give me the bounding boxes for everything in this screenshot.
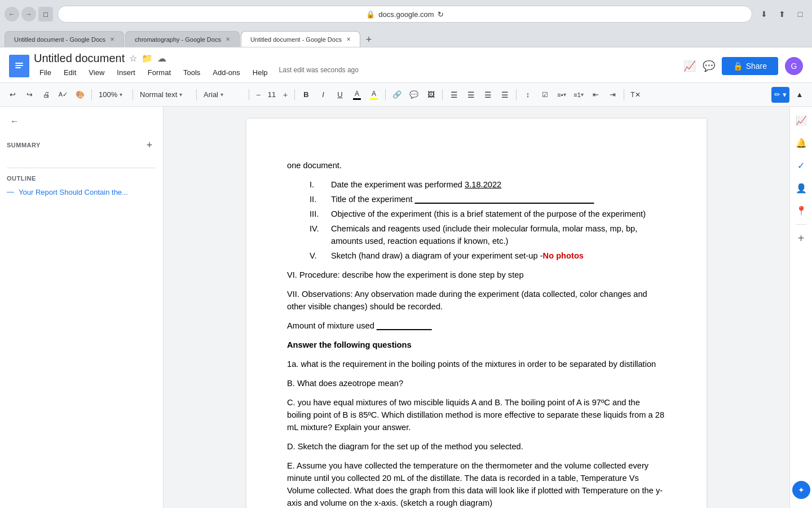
qa-B: B. What does azeotrope mean? — [287, 377, 666, 389]
print-button[interactable]: 🖨 — [38, 87, 54, 103]
people-icon[interactable]: 👤 — [792, 179, 810, 197]
separator-8 — [516, 89, 517, 100]
item-date: 3.18.2022 — [465, 180, 501, 189]
trending-icon[interactable]: 📈 — [792, 111, 810, 129]
qa-B-text: B. What does azeotrope mean? — [287, 379, 403, 388]
zoom-dropdown[interactable]: 100% ▾ — [95, 87, 129, 103]
redo-button[interactable]: ↪ — [21, 87, 37, 103]
menu-edit[interactable]: Edit — [58, 66, 82, 79]
highlight-button[interactable]: A — [366, 87, 382, 103]
document-page[interactable]: one document. I. Date the experiment was… — [246, 119, 707, 508]
right-panel-add-button[interactable]: + — [792, 229, 810, 247]
collapse-button[interactable]: ▲ — [792, 87, 807, 103]
assistant-button[interactable]: ✦ — [792, 481, 810, 499]
zoom-value: 100% — [99, 90, 117, 99]
back-button[interactable]: ← — [5, 7, 19, 21]
doc-header: Untitled document ☆ 📁 ☁ File Edit View I… — [0, 47, 812, 83]
maps-icon[interactable]: 📍 — [792, 202, 810, 220]
amount-blank: ____________ — [377, 321, 432, 330]
link-button[interactable]: 🔗 — [389, 87, 405, 103]
menu-format[interactable]: Format — [142, 66, 176, 79]
font-dropdown[interactable]: Arial ▾ — [200, 87, 245, 103]
menu-insert[interactable]: Insert — [111, 66, 141, 79]
menu-addons[interactable]: Add-ons — [207, 66, 245, 79]
cloud-icon[interactable]: ☁ — [157, 53, 166, 64]
address-bar[interactable]: 🔒 docs.google.com ↻ — [58, 6, 752, 23]
indent-more-button[interactable]: ⇥ — [604, 87, 620, 103]
font-size-increase[interactable]: + — [280, 89, 291, 100]
new-tab-button[interactable]: + — [361, 32, 376, 47]
bold-button[interactable]: B — [298, 87, 314, 103]
undo-button[interactable]: ↩ — [5, 87, 20, 103]
bold-heading-text: Answer the following questions — [287, 340, 412, 349]
font-size-decrease[interactable]: − — [253, 89, 264, 100]
underline-button[interactable]: U — [332, 87, 348, 103]
clear-format-button[interactable]: T✕ — [628, 87, 643, 103]
document-area[interactable]: 1 2 3 4 5 6 7 one document. — [164, 107, 789, 508]
menu-help[interactable]: Help — [247, 66, 273, 79]
line-spacing-button[interactable]: ↕ — [520, 87, 536, 103]
window-restore-icon[interactable]: □ — [793, 7, 807, 21]
intro-text: one document. — [287, 161, 342, 170]
spellcheck-button[interactable]: A✓ — [55, 87, 71, 103]
menu-view[interactable]: View — [83, 66, 110, 79]
qa-D: D. Sketch the diagram for the set up of … — [287, 440, 666, 453]
text-color-button[interactable]: A — [349, 87, 365, 103]
doc-title-right: 📈 💬 🔒 Share G — [683, 57, 803, 75]
separator-5 — [294, 89, 295, 100]
notification-icon[interactable]: 🔔 — [792, 134, 810, 152]
comment-button[interactable]: 💬 — [406, 87, 422, 103]
share-button[interactable]: 🔒 Share — [722, 57, 778, 75]
summary-section: SUMMARY + — [7, 136, 156, 154]
bullet-list-button[interactable]: ≡• ▾ — [554, 87, 570, 103]
font-value: Arial — [204, 90, 218, 99]
item-text-5: Sketch (hand draw) a diagram of your exp… — [331, 249, 584, 262]
summary-label: SUMMARY — [7, 142, 41, 148]
style-dropdown[interactable]: Normal text ▾ — [136, 87, 193, 103]
menu-file[interactable]: File — [34, 66, 57, 79]
right-panel: 📈 🔔 ✓ 👤 📍 + ✦ — [789, 107, 812, 508]
summary-section-header: SUMMARY + — [7, 136, 156, 154]
para-observations: VII. Observations: Any observation made … — [287, 288, 666, 313]
checklist-button[interactable]: ☑ — [537, 87, 553, 103]
outline-section: OUTLINE — Your Report Should Contain the… — [7, 175, 156, 199]
window-button[interactable]: ◻ — [38, 7, 53, 21]
align-center-button[interactable]: ☰ — [463, 87, 479, 103]
menu-tools[interactable]: Tools — [178, 66, 206, 79]
folder-icon[interactable]: 📁 — [142, 53, 153, 64]
tab-2[interactable]: chromatography - Google Docs ✕ — [125, 31, 240, 47]
summary-add-button[interactable]: + — [143, 138, 156, 152]
share-browser-icon[interactable]: ⬆ — [775, 7, 789, 21]
requirements-list: I. Date the experiment was performed 3.1… — [310, 178, 666, 262]
docs-app-icon — [9, 55, 29, 77]
comments-icon[interactable]: 💬 — [703, 60, 715, 72]
tab-1[interactable]: Untitled document - Google Docs ✕ — [5, 31, 124, 47]
numbered-list-button[interactable]: ≡1 ▾ — [571, 87, 586, 103]
paintformat-button[interactable]: 🎨 — [72, 87, 88, 103]
font-size-value[interactable]: 11 — [265, 90, 279, 99]
tab-3-close[interactable]: ✕ — [346, 36, 351, 42]
doc-title[interactable]: Untitled document — [34, 52, 125, 65]
tab-3[interactable]: Untitled document - Google Docs ✕ — [241, 31, 360, 47]
outline-link[interactable]: Your Report Should Contain the... — [19, 187, 128, 198]
tab-2-close[interactable]: ✕ — [226, 36, 230, 42]
star-icon[interactable]: ☆ — [129, 53, 137, 64]
no-photos-text: No photos — [543, 251, 584, 260]
qa-1a: 1a. what is the requirement in the boili… — [287, 358, 666, 370]
align-right-button[interactable]: ☰ — [480, 87, 496, 103]
align-left-button[interactable]: ☰ — [446, 87, 462, 103]
tab-1-close[interactable]: ✕ — [110, 36, 114, 42]
download-icon[interactable]: ⬇ — [757, 7, 771, 21]
forward-button[interactable]: → — [21, 7, 36, 21]
user-avatar[interactable]: G — [785, 57, 803, 75]
italic-button[interactable]: I — [315, 87, 331, 103]
tasks-icon[interactable]: ✓ — [792, 156, 810, 174]
autosave-status: Last edit was seconds ago — [279, 66, 359, 79]
image-button[interactable]: 🖼 — [423, 87, 439, 103]
edit-mode-button[interactable]: ✏ ▾ — [771, 87, 789, 103]
activity-icon[interactable]: 📈 — [683, 60, 696, 72]
observations-text: VII. Observations: Any observation made … — [287, 290, 647, 311]
indent-less-button[interactable]: ⇤ — [588, 87, 603, 103]
align-justify-button[interactable]: ☰ — [497, 87, 513, 103]
sidebar-back-button[interactable]: ← — [7, 113, 23, 129]
